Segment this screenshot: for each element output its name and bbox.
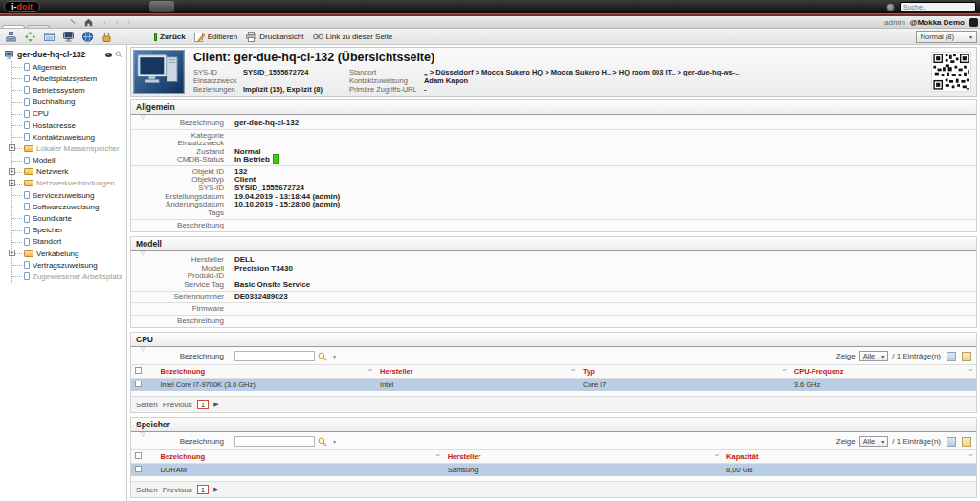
edit-button[interactable]: Editieren [194,32,238,42]
select-all-checkbox[interactable] [135,367,142,374]
sidebar-item[interactable]: Lokaler Massenspeicher [12,142,126,154]
view-tab[interactable] [27,25,50,28]
sidebar-item[interactable]: Verkabelung [12,248,126,259]
home-icon[interactable] [84,18,93,27]
sort-icon[interactable] [969,367,972,372]
breadcrumb-item[interactable] [122,18,135,27]
app-logo[interactable]: i-doit [4,1,40,12]
location-tree-icon[interactable] [6,32,16,42]
user-menu-icon[interactable] [969,18,978,27]
column-header: CPU-Frequenz [791,365,976,379]
eye-icon[interactable] [105,53,112,57]
nav-item[interactable] [199,1,224,12]
sidebar-item[interactable]: Allgemein [12,61,126,73]
nav-item[interactable] [149,1,174,12]
list-view-icon[interactable] [44,32,55,42]
sidebar-item[interactable]: Zugewiesener Arbeitsplatz [12,271,126,282]
tab-bar: admin @Mokka Demo [0,16,980,29]
page-number-button[interactable]: 1 [197,400,209,409]
header-field-label: Kontaktzuweisung [349,76,424,85]
expand-toggle-icon[interactable] [9,180,15,186]
filter-options-icon[interactable] [333,353,336,359]
nav-item[interactable] [75,1,100,12]
select-all-checkbox[interactable] [135,452,142,459]
sidebar-item[interactable]: Buchhaltung [12,97,126,108]
search-icon[interactable] [318,437,327,447]
field-label: Service Tag [131,280,234,289]
filter-options-icon[interactable] [333,438,336,445]
sidebar-item[interactable]: CPU [12,108,126,120]
expand-all-icon[interactable] [25,32,35,42]
export-icon[interactable] [947,437,956,447]
field-row: Kategorie [131,129,976,140]
page-link-button[interactable]: Link zu dieser Seite [313,32,393,42]
expand-toggle-icon[interactable] [9,144,15,151]
sidebar-item[interactable]: Hostadresse [12,120,126,131]
lock-icon[interactable] [101,32,112,42]
table-row[interactable]: DDRAM Samsung 8,00 GB [131,464,976,477]
folder-icon [24,145,33,152]
table-row[interactable]: Intel Core i7-9700K (3.6 GHz) Intel Core… [131,379,976,392]
sidebar-item[interactable]: Betriebssystem [12,84,126,96]
page-size-select[interactable]: Alle [859,351,889,361]
next-page-icon[interactable] [213,401,218,408]
sidebar-item[interactable]: Speicher [12,225,126,236]
page-size-select[interactable]: Alle [859,436,889,447]
nav-item[interactable] [100,1,124,12]
print-button[interactable]: Druckansicht [246,32,303,42]
page-number-button[interactable]: 1 [197,485,209,494]
search-input[interactable] [900,2,976,11]
sort-icon[interactable] [715,452,719,457]
previous-button[interactable]: Previous [163,486,192,494]
export-icon[interactable] [947,352,956,361]
help-icon[interactable] [886,3,895,11]
sidebar-item[interactable]: Vertragszuweisung [12,259,126,271]
edit-columns-icon[interactable] [962,352,971,361]
column-header: Hersteller [444,450,723,464]
row-checkbox[interactable] [135,466,142,472]
row-checkbox[interactable] [135,381,142,387]
nav-item[interactable] [174,1,199,12]
sort-icon[interactable] [571,367,575,372]
sidebar-item[interactable]: Standort [12,236,126,248]
view-mode-select[interactable]: Normal (8) [916,31,977,43]
search-icon[interactable] [318,352,327,361]
nav-item[interactable] [224,1,249,12]
sidebar-item[interactable]: Softwarezuweisung [12,201,126,212]
nav-item[interactable] [124,1,149,12]
collapse-panel-icon[interactable] [69,18,77,26]
sidebar-root-item[interactable]: ger-due-hq-cl-132 [0,50,126,61]
sidebar-item[interactable]: Arbeitsplatzsystem [12,73,126,84]
cell-bezeichnung[interactable]: DDRAM [156,464,443,477]
monitor-icon[interactable] [63,32,74,42]
previous-button[interactable]: Previous [163,401,192,409]
speicher-filter-input[interactable] [234,436,315,447]
sidebar-item[interactable]: Netzwerk [12,166,126,178]
edit-columns-icon[interactable] [962,437,971,447]
sidebar-item[interactable]: Modell [12,155,126,166]
nav-item[interactable] [50,1,75,12]
expand-toggle-icon[interactable] [9,168,15,175]
sidebar-item[interactable]: Netzwerkverbindungen [12,178,126,189]
next-page-icon[interactable] [213,486,218,493]
cell-bezeichnung[interactable]: Intel Core i7-9700K (3.6 GHz) [156,379,376,392]
sort-icon[interactable] [368,367,372,372]
sort-icon[interactable] [969,452,972,457]
file-icon [24,133,30,141]
sidebar-item[interactable]: Soundkarte [12,212,126,224]
sort-icon[interactable] [783,367,787,372]
cpu-filter-input[interactable] [234,351,315,361]
globe-icon[interactable] [82,32,93,42]
header-field-label: SYS-ID [193,68,243,76]
cell-hersteller: Samsung [444,464,723,477]
cpu-table-footer: Seiten Previous 1 [131,396,976,412]
back-button[interactable]: Zurück [154,33,186,41]
sidebar-search-icon[interactable] [115,51,122,58]
sidebar-item[interactable]: Kontaktzuweisung [12,131,126,142]
view-tab[interactable] [2,25,25,28]
sidebar-item[interactable]: Servicezuweisung [12,189,126,201]
sort-icon[interactable] [436,452,440,457]
breadcrumb-item[interactable] [99,18,111,27]
breadcrumb-item[interactable] [111,18,123,27]
expand-toggle-icon[interactable] [9,250,15,256]
